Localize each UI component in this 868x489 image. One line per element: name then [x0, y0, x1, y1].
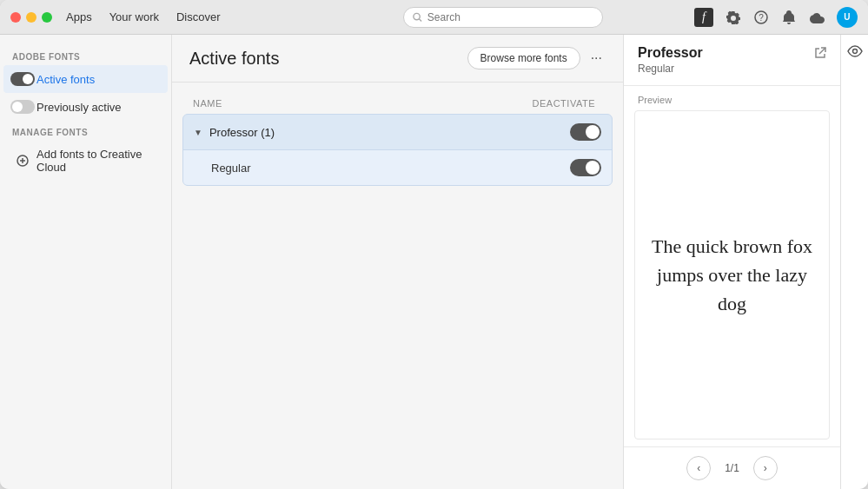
- svg-line-1: [419, 18, 421, 21]
- titlebar-icons: f ? U: [694, 7, 858, 28]
- more-options-button[interactable]: ···: [587, 47, 606, 69]
- settings-icon[interactable]: [726, 10, 741, 25]
- font-variant-toggle[interactable]: [570, 159, 601, 176]
- sidebar-item-active-fonts[interactable]: Active fonts: [3, 65, 168, 93]
- panel-navigation: ‹ 1/1 ›: [624, 446, 840, 489]
- content-header: Active fonts Browse more fonts ···: [172, 35, 623, 83]
- titlebar: Apps Your work Discover f ?: [0, 0, 868, 35]
- adobe-fonts-icon[interactable]: f: [694, 8, 713, 27]
- font-list: NAME DEACTIVATE ▼ Professor (1) Regular: [172, 83, 623, 489]
- chevron-down-icon: ▼: [194, 128, 202, 137]
- sidebar-item-previously-active[interactable]: Previously active: [3, 93, 168, 121]
- font-group-toggle[interactable]: [570, 123, 601, 141]
- minimize-button[interactable]: [26, 12, 36, 23]
- panel-font-info: Professor Regular: [638, 45, 703, 75]
- svg-point-0: [414, 13, 420, 19]
- previously-active-icon: [16, 100, 30, 114]
- add-fonts-icon: [16, 154, 30, 168]
- sidebar-item-add-fonts[interactable]: Add fonts to Creative Cloud: [3, 141, 168, 181]
- font-variant-regular: Regular: [183, 149, 612, 185]
- nav-discover[interactable]: Discover: [176, 10, 221, 23]
- sidebar-section-adobe: Adobe Fonts: [0, 45, 171, 65]
- nav-apps[interactable]: Apps: [66, 10, 92, 23]
- main-layout: Adobe Fonts Active fonts Previously acti…: [0, 35, 868, 489]
- prev-page-button[interactable]: ‹: [686, 456, 711, 480]
- column-name: NAME: [193, 98, 533, 109]
- sidebar: Adobe Fonts Active fonts Previously acti…: [0, 35, 172, 489]
- user-avatar[interactable]: U: [837, 7, 858, 28]
- maximize-button[interactable]: [42, 12, 52, 23]
- bell-icon[interactable]: [781, 10, 797, 25]
- browse-more-fonts-button[interactable]: Browse more fonts: [467, 47, 580, 69]
- sidebar-section-manage: Manage Fonts: [0, 121, 171, 141]
- svg-line-7: [819, 48, 825, 54]
- prev-toggle-icon: [10, 100, 35, 114]
- font-group-professor: ▼ Professor (1) Regular: [182, 114, 613, 186]
- nav-links: Apps Your work Discover: [66, 10, 221, 23]
- close-button[interactable]: [10, 12, 21, 23]
- nav-your-work[interactable]: Your work: [109, 10, 159, 23]
- eye-panel: [840, 35, 868, 489]
- preview-text: The quick brown fox jumps over the lazy …: [649, 232, 815, 318]
- sidebar-item-label: Add fonts to Creative Cloud: [36, 148, 156, 174]
- search-bar[interactable]: [403, 7, 603, 28]
- external-link-icon[interactable]: [814, 47, 826, 62]
- content-area: Active fonts Browse more fonts ··· NAME …: [172, 35, 623, 489]
- page-title: Active fonts: [189, 49, 467, 69]
- toggle-preview-button[interactable]: [847, 45, 863, 61]
- window-controls: [10, 12, 52, 23]
- right-panel: Professor Regular Preview The quick brow…: [623, 35, 840, 489]
- font-variant-name: Regular: [211, 162, 570, 175]
- help-icon[interactable]: ?: [753, 10, 769, 25]
- font-group-name: Professor (1): [209, 126, 563, 139]
- panel-font-style: Regular: [638, 63, 703, 75]
- sidebar-item-label: Active fonts: [36, 73, 95, 86]
- search-icon: [413, 12, 422, 23]
- next-page-button[interactable]: ›: [753, 456, 778, 480]
- column-deactivate: DEACTIVATE: [533, 98, 595, 109]
- panel-header: Professor Regular: [624, 35, 840, 86]
- cloud-icon[interactable]: [809, 10, 825, 25]
- active-toggle-icon: [10, 72, 35, 86]
- panel-font-name: Professor: [638, 45, 703, 61]
- table-header: NAME DEACTIVATE: [182, 93, 613, 114]
- active-fonts-icon: [16, 72, 30, 86]
- font-group-header[interactable]: ▼ Professor (1): [183, 115, 612, 149]
- preview-label: Preview: [624, 86, 840, 110]
- svg-point-8: [852, 50, 857, 54]
- sidebar-item-label: Previously active: [36, 101, 122, 114]
- svg-text:?: ?: [759, 13, 764, 23]
- search-input[interactable]: [427, 11, 593, 23]
- preview-area: The quick brown fox jumps over the lazy …: [634, 110, 830, 439]
- page-indicator: 1/1: [725, 462, 739, 474]
